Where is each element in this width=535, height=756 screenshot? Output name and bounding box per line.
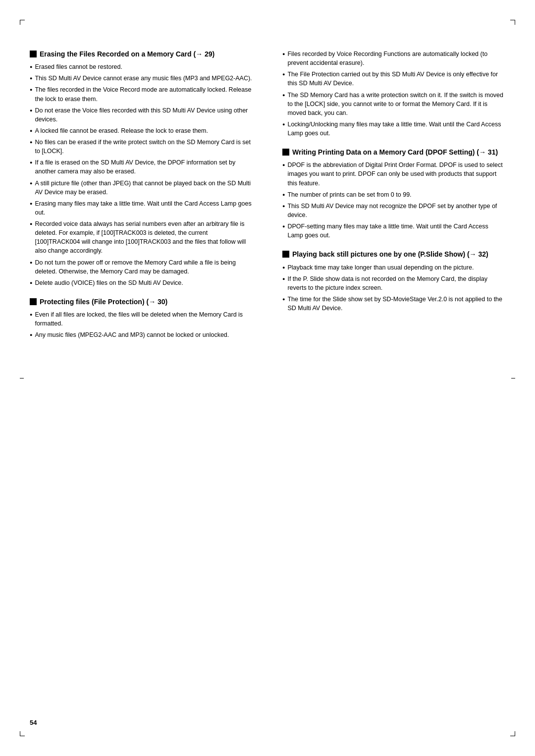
section-icon	[30, 298, 37, 305]
trim-mark	[20, 20, 20, 25]
trim-mark	[515, 20, 515, 25]
section-heading-text: Protecting files (File Protection) (→ 30…	[40, 297, 167, 306]
list-item: Delete audio (VOICE) files on the SD Mul…	[30, 278, 253, 287]
section-icon	[282, 149, 289, 156]
playing-bullet-list: Playback time may take longer than usual…	[282, 263, 505, 313]
list-item: Do not erase the Voice files recorded wi…	[30, 106, 253, 124]
list-item: The time for the Slide show set by SD-Mo…	[282, 295, 505, 313]
list-item: Do not turn the power off or remove the …	[30, 258, 253, 276]
list-item: If the P. Slide show data is not recorde…	[282, 274, 505, 292]
protecting-bullet-list: Even if all files are locked, the files …	[30, 310, 253, 339]
section-writing-heading: Writing Printing Data on a Memory Card (…	[282, 148, 505, 157]
writing-bullet-list: DPOF is the abbreviation of Digital Prin…	[282, 161, 505, 240]
list-item: A locked file cannot be erased. Release …	[30, 126, 253, 135]
list-item: This SD Multi AV Device cannot erase any…	[30, 74, 253, 83]
trim-mark	[20, 736, 25, 736]
section-erasing-heading: Erasing the Files Recorded on a Memory C…	[30, 50, 253, 58]
list-item: Even if all files are locked, the files …	[30, 310, 253, 328]
list-item: The files recorded in the Voice Record m…	[30, 85, 253, 103]
section-icon	[30, 51, 37, 57]
list-item: Locking/Unlocking many files may take a …	[282, 120, 505, 138]
list-item: Playback time may take longer than usual…	[282, 263, 505, 272]
side-mark-right	[511, 378, 515, 378]
content-area: Erasing the Files Recorded on a Memory C…	[30, 50, 505, 348]
list-item: A still picture file (other than JPEG) t…	[30, 179, 253, 197]
list-item: The File Protection carried out by this …	[282, 70, 505, 88]
page-number: 54	[30, 719, 37, 726]
trim-mark	[515, 731, 515, 736]
list-item: DPOF is the abbreviation of Digital Prin…	[282, 161, 505, 187]
list-item: The number of prints can be set from 0 t…	[282, 190, 505, 199]
right-column: Files recorded by Voice Recording Functi…	[277, 50, 505, 348]
section-playing-heading: Playing back still pictures one by one (…	[282, 250, 505, 259]
list-item: Recorded voice data always has serial nu…	[30, 219, 253, 256]
left-column: Erasing the Files Recorded on a Memory C…	[30, 50, 258, 348]
list-item: If a file is erased on the SD Multi AV D…	[30, 158, 253, 176]
list-item: Files recorded by Voice Recording Functi…	[282, 50, 505, 67]
section-heading-text: Erasing the Files Recorded on a Memory C…	[40, 50, 214, 58]
list-item: DPOF-setting many files may take a littl…	[282, 222, 505, 240]
list-item: No files can be erased if the write prot…	[30, 138, 253, 156]
list-item: This SD Multi AV Device may not recogniz…	[282, 202, 505, 219]
list-item: The SD Memory Card has a write protectio…	[282, 91, 505, 117]
trim-mark	[20, 731, 20, 736]
list-item: Erasing many files may take a little tim…	[30, 199, 253, 217]
list-item: Erased files cannot be restored.	[30, 62, 253, 71]
section-icon	[282, 251, 289, 258]
page: Erasing the Files Recorded on a Memory C…	[0, 0, 535, 756]
list-item: Any music files (MPEG2-AAC and MP3) cann…	[30, 330, 253, 339]
trim-mark	[20, 20, 25, 20]
erasing-bullet-list: Erased files cannot be restored. This SD…	[30, 62, 253, 287]
section-heading-text: Playing back still pictures one by one (…	[292, 250, 488, 259]
voice-recording-bullet-list: Files recorded by Voice Recording Functi…	[282, 50, 505, 138]
side-mark-left	[20, 378, 24, 378]
section-heading-text: Writing Printing Data on a Memory Card (…	[292, 148, 498, 157]
section-protecting-heading: Protecting files (File Protection) (→ 30…	[30, 297, 253, 306]
